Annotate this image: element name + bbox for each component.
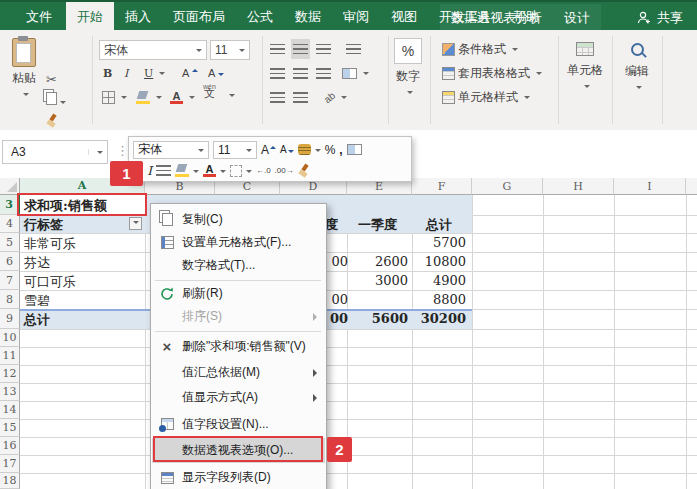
phonetic-guide-button[interactable]: wén 文	[203, 83, 216, 97]
cut-button[interactable]: ✂	[46, 72, 57, 87]
mini-fill-color-button[interactable]	[175, 164, 199, 177]
paste-button[interactable]: 粘贴	[7, 36, 41, 99]
decrease-indent-button[interactable]	[268, 87, 287, 107]
cell-f5-value[interactable]: 5700	[408, 235, 466, 250]
menu-item-refresh[interactable]: 刷新(R)	[152, 282, 325, 305]
cell-a5-label[interactable]: 非常可乐	[24, 235, 76, 253]
tab-insert[interactable]: 插入	[114, 2, 162, 32]
tab-view[interactable]: 视图	[380, 2, 428, 32]
cell-styles-button[interactable]: 单元格样式	[440, 87, 532, 107]
menu-item-show-values-as[interactable]: 值显示方式(A)	[152, 385, 325, 410]
cell-a4-row-header[interactable]: 行标签	[24, 216, 63, 234]
top-align-button[interactable]	[268, 39, 287, 59]
mini-percent-button[interactable]: %	[325, 143, 336, 157]
menu-item-copy[interactable]: 复制(C)	[152, 208, 325, 231]
mini-font-name-combo[interactable]: 宋体	[133, 141, 209, 159]
row-header-12[interactable]: 12	[0, 365, 20, 383]
column-header-g[interactable]: G	[472, 178, 543, 195]
cell-d4-header-fragment[interactable]: 度	[325, 216, 342, 234]
column-header-f[interactable]: F	[412, 178, 472, 195]
number-format-button[interactable]: % 数字	[392, 38, 424, 97]
row-header-15[interactable]: 15	[0, 419, 20, 437]
row-header-9[interactable]: 9	[0, 309, 20, 329]
align-center-button[interactable]	[291, 63, 310, 83]
mini-center-button[interactable]	[156, 165, 171, 176]
copy-button[interactable]	[46, 92, 66, 107]
mini-font-size-combo[interactable]: 11	[213, 141, 257, 159]
conditional-formatting-button[interactable]: 条件格式	[440, 39, 520, 59]
row-header-8[interactable]: 8	[0, 290, 20, 309]
cell-a6-label[interactable]: 芬达	[24, 254, 50, 272]
row-header-4[interactable]: 4	[0, 215, 20, 233]
tab-design[interactable]: 设计	[553, 4, 601, 32]
bottom-align-button[interactable]	[314, 39, 333, 59]
wrap-text-button[interactable]	[344, 39, 363, 59]
column-header-i[interactable]: I	[614, 178, 686, 195]
row-header-11[interactable]: 11	[0, 347, 20, 365]
mini-comma-button[interactable]: ,	[339, 143, 342, 157]
mini-grow-font-button[interactable]: A	[261, 143, 276, 157]
cell-f7-value[interactable]: 4900	[408, 273, 466, 288]
row-header-17[interactable]: 17	[0, 455, 20, 473]
menu-item-show-field-list[interactable]: 显示字段列表(D)	[152, 465, 325, 489]
row-header-14[interactable]: 14	[0, 401, 20, 419]
row-header-13[interactable]: 13	[0, 383, 20, 401]
align-right-button[interactable]	[314, 63, 333, 83]
menu-item-format-cells[interactable]: 设置单元格格式(F)...	[152, 231, 325, 254]
merge-center-button[interactable]	[340, 63, 371, 83]
row-header-16[interactable]: 16	[0, 437, 20, 455]
bold-button[interactable]: B	[101, 63, 114, 83]
borders-button[interactable]	[100, 87, 129, 107]
phonetic-dropdown-icon[interactable]	[229, 94, 235, 100]
menu-item-number-format[interactable]: 数字格式(T)...	[152, 254, 325, 277]
tab-formulas[interactable]: 公式	[236, 2, 284, 32]
font-name-combo[interactable]: 宋体	[99, 40, 207, 60]
cell-f8-value[interactable]: 8800	[408, 292, 466, 307]
row-header-7[interactable]: 7	[0, 271, 20, 290]
row-header-6[interactable]: 6	[0, 252, 20, 271]
font-color-button[interactable]: A	[168, 87, 197, 107]
cell-f4-header[interactable]: 总计	[412, 216, 466, 234]
mini-increase-decimal-button[interactable]: ←.0	[256, 167, 271, 175]
tab-review[interactable]: 审阅	[332, 2, 380, 32]
underline-button[interactable]: U	[142, 63, 167, 83]
grow-font-button[interactable]: A	[180, 63, 200, 83]
name-box[interactable]: A3	[2, 140, 108, 164]
share-button[interactable]: 共享	[628, 4, 691, 32]
fill-color-button[interactable]	[134, 87, 164, 107]
mini-format-painter-button[interactable]	[298, 164, 310, 177]
cell-e4-header[interactable]: 一季度	[347, 216, 408, 234]
tab-page-layout[interactable]: 页面布局	[162, 2, 236, 32]
italic-button[interactable]: I	[122, 63, 130, 83]
tab-data[interactable]: 数据	[284, 2, 332, 32]
menu-item-sort[interactable]: 排序(S)	[152, 305, 325, 328]
cell-a9-total-label[interactable]: 总计	[24, 311, 50, 329]
mini-merge-button[interactable]	[347, 144, 362, 155]
mini-borders-button[interactable]	[230, 165, 252, 177]
editing-button[interactable]: 编辑	[617, 38, 657, 92]
cell-e7-value[interactable]: 3000	[352, 273, 408, 288]
cell-e6-value[interactable]: 2600	[352, 254, 408, 269]
tab-file[interactable]: 文件	[12, 2, 66, 32]
mini-shrink-font-button[interactable]: A	[280, 144, 294, 155]
row-labels-filter-button[interactable]	[129, 217, 142, 230]
format-as-table-button[interactable]: 套用表格格式	[440, 63, 544, 83]
row-header-18[interactable]: 18	[0, 473, 20, 489]
column-header-h[interactable]: H	[543, 178, 614, 195]
cell-a7-label[interactable]: 可口可乐	[24, 273, 76, 291]
font-size-combo[interactable]: 11	[210, 40, 250, 60]
middle-align-button[interactable]	[291, 39, 310, 59]
tab-pivottable-analyze[interactable]: 数据透视表分析	[440, 4, 553, 32]
mini-italic-button[interactable]: I	[147, 164, 152, 178]
menu-item-remove-field[interactable]: ×删除"求和项:销售额"(V)	[152, 334, 325, 358]
align-left-button[interactable]	[268, 63, 287, 83]
mini-accounting-format-button[interactable]	[298, 144, 321, 155]
cells-button[interactable]: 单元格	[563, 38, 607, 91]
orientation-button[interactable]: ab	[322, 87, 349, 107]
shrink-font-button[interactable]: A	[206, 63, 226, 83]
cell-f9-grand-total[interactable]: 30200	[408, 311, 466, 326]
cell-e9-total[interactable]: 5600	[352, 311, 408, 326]
cell-a8-label[interactable]: 雪碧	[24, 292, 50, 310]
tab-home[interactable]: 开始	[66, 2, 114, 32]
format-painter-button[interactable]	[46, 114, 58, 129]
